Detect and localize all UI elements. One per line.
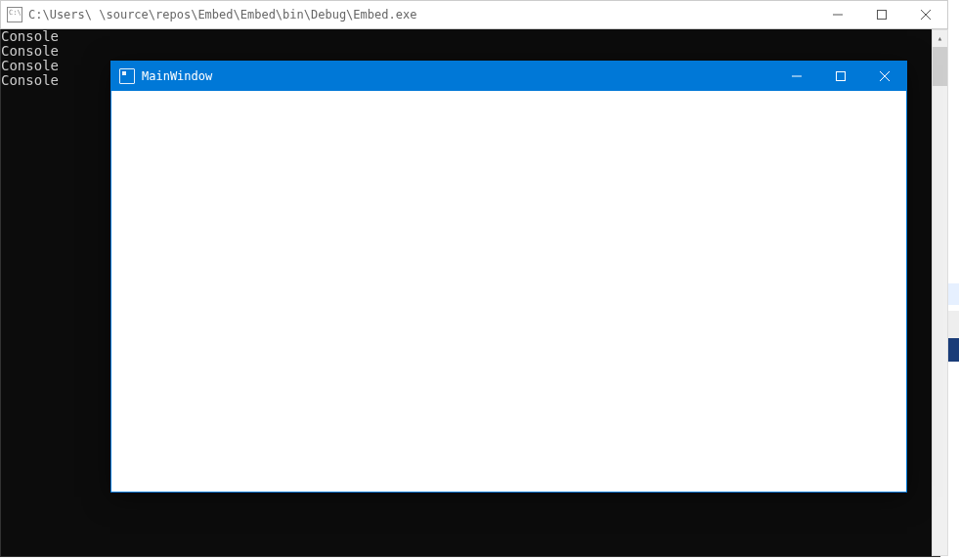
maximize-icon bbox=[836, 71, 846, 81]
console-close-button[interactable] bbox=[903, 1, 947, 28]
maximize-icon bbox=[877, 10, 887, 20]
console-maximize-button[interactable] bbox=[859, 1, 903, 28]
console-line: Console bbox=[1, 29, 939, 44]
close-icon bbox=[880, 71, 890, 81]
minimize-icon bbox=[833, 10, 843, 20]
console-scrollbar[interactable]: ▴ bbox=[932, 29, 948, 556]
app-icon bbox=[119, 68, 135, 84]
main-window-client-area[interactable] bbox=[111, 91, 906, 492]
scrollbar-thumb[interactable] bbox=[933, 47, 947, 86]
main-window-title: MainWindow bbox=[142, 69, 212, 83]
cmd-icon bbox=[7, 7, 22, 22]
console-minimize-button[interactable] bbox=[815, 1, 859, 28]
svg-rect-5 bbox=[836, 72, 845, 81]
main-window-minimize-button[interactable] bbox=[774, 62, 818, 91]
console-title-path: C:\Users\ \source\repos\Embed\Embed\bin\… bbox=[28, 8, 416, 22]
svg-rect-1 bbox=[877, 11, 886, 20]
scroll-up-arrow-icon[interactable]: ▴ bbox=[933, 30, 947, 47]
main-window: MainWindow bbox=[110, 61, 907, 493]
main-window-close-button[interactable] bbox=[862, 62, 906, 91]
main-window-title-bar[interactable]: MainWindow bbox=[111, 62, 906, 91]
close-icon bbox=[921, 10, 931, 20]
minimize-icon bbox=[792, 71, 802, 81]
console-title-bar[interactable]: C:\Users\ \source\repos\Embed\Embed\bin\… bbox=[0, 0, 948, 29]
main-window-maximize-button[interactable] bbox=[818, 62, 862, 91]
console-line: Console bbox=[1, 44, 939, 59]
